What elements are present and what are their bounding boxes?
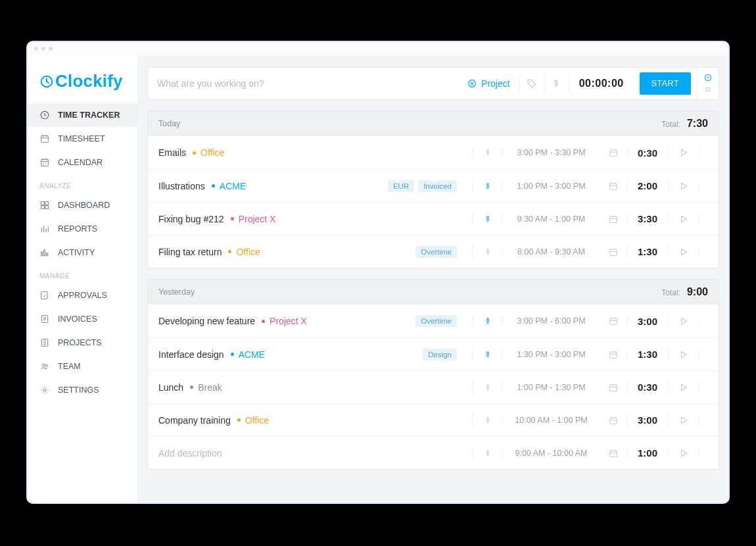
entry-more-button[interactable] xyxy=(699,316,719,326)
entry-date-picker[interactable] xyxy=(600,382,626,393)
sidebar-item-projects[interactable]: PROJECTS xyxy=(28,331,137,355)
window-control-dot[interactable] xyxy=(34,47,38,51)
entry-time-range[interactable]: 3:00 PM - 3:30 PM xyxy=(502,148,600,157)
entry-time-range[interactable]: 1:30 PM - 3:00 PM xyxy=(502,350,600,359)
entry-time-range[interactable]: 1:00 PM - 3:00 PM xyxy=(502,182,600,191)
entry-time-range[interactable]: 3:00 PM - 6:00 PM xyxy=(502,316,600,326)
manual-mode-button[interactable] xyxy=(702,85,714,94)
entry-continue-button[interactable] xyxy=(669,448,699,459)
time-entry-row[interactable]: Add description9:00 AM - 10:00 AM1:00 xyxy=(148,436,719,469)
entry-duration[interactable]: 1:30 xyxy=(626,246,669,257)
entry-continue-button[interactable] xyxy=(669,349,699,360)
sidebar-item-time-tracker[interactable]: TIME TRACKER xyxy=(28,103,137,127)
entry-more-button[interactable] xyxy=(699,214,719,224)
entry-date-picker[interactable] xyxy=(600,214,626,224)
sidebar-item-reports[interactable]: REPORTS xyxy=(28,217,137,241)
entry-project[interactable]: Office xyxy=(228,247,260,257)
entry-date-picker[interactable] xyxy=(600,147,626,158)
sidebar-item-settings[interactable]: SETTINGS xyxy=(28,378,137,402)
time-entry-row[interactable]: Company trainingOffice10:00 AM - 1:00 PM… xyxy=(148,403,719,436)
entry-description-cell[interactable]: LunchBreak xyxy=(148,382,473,393)
entry-tag[interactable]: Invoiced xyxy=(418,180,457,192)
time-entry-row[interactable]: Filing tax returnOfficeOvertime8:00 AM -… xyxy=(148,235,719,268)
entry-duration[interactable]: 1:30 xyxy=(626,349,669,360)
sidebar-item-approvals[interactable]: APPROVALS xyxy=(28,284,137,307)
entry-time-range[interactable]: 1:00 PM - 1:30 PM xyxy=(502,383,600,392)
entry-date-picker[interactable] xyxy=(600,316,626,326)
entry-continue-button[interactable] xyxy=(669,147,699,158)
entry-description-cell[interactable]: IllustrationsACMEEURInvoiced xyxy=(148,180,473,192)
entry-more-button[interactable] xyxy=(699,247,719,257)
time-entry-row[interactable]: LunchBreak1:00 PM - 1:30 PM0:30 xyxy=(148,370,719,403)
timer-mode-button[interactable] xyxy=(702,73,714,82)
entry-date-picker[interactable] xyxy=(600,448,626,459)
sidebar-item-calendar[interactable]: CALENDAR xyxy=(28,151,137,174)
tracker-tag-button[interactable] xyxy=(520,68,544,99)
entry-description-cell[interactable]: Fixing bug #212Project X xyxy=(148,214,473,224)
entry-description-cell[interactable]: EmailsOffice xyxy=(148,147,473,158)
tracker-project-picker[interactable]: Project xyxy=(458,68,519,99)
entry-tag[interactable]: EUR xyxy=(388,180,414,192)
entry-description-cell[interactable]: Filing tax returnOfficeOvertime xyxy=(148,246,473,258)
entry-description-cell[interactable]: Add description xyxy=(148,448,473,459)
entry-continue-button[interactable] xyxy=(669,181,699,191)
entry-billable-toggle[interactable] xyxy=(473,447,502,459)
entry-continue-button[interactable] xyxy=(669,247,699,257)
entry-billable-toggle[interactable] xyxy=(473,213,502,225)
entry-more-button[interactable] xyxy=(699,147,719,158)
entry-date-picker[interactable] xyxy=(600,349,626,360)
entry-project[interactable]: Project X xyxy=(262,316,307,326)
entry-more-button[interactable] xyxy=(699,349,719,360)
entry-billable-toggle[interactable] xyxy=(473,414,502,426)
entry-continue-button[interactable] xyxy=(669,415,699,426)
entry-billable-toggle[interactable] xyxy=(473,147,502,159)
entry-billable-toggle[interactable] xyxy=(473,315,502,327)
tracker-description-input[interactable] xyxy=(157,78,448,89)
sidebar-item-dashboard[interactable]: DASHBOARD xyxy=(28,193,137,217)
entry-time-range[interactable]: 10:00 AM - 1:00 PM xyxy=(502,416,600,425)
entry-description-cell[interactable]: Developing new featureProject XOvertime xyxy=(148,315,473,327)
entry-duration[interactable]: 3:00 xyxy=(626,316,669,327)
time-entry-row[interactable]: IllustrationsACMEEURInvoiced1:00 PM - 3:… xyxy=(148,169,719,202)
entry-duration[interactable]: 0:30 xyxy=(626,147,669,159)
entry-billable-toggle[interactable] xyxy=(473,180,502,192)
entry-continue-button[interactable] xyxy=(669,316,699,326)
entry-project[interactable]: Break xyxy=(190,382,222,393)
entry-date-picker[interactable] xyxy=(600,181,626,191)
time-entry-row[interactable]: Fixing bug #212Project X9:30 AM - 1:00 P… xyxy=(148,202,719,235)
entry-project[interactable]: ACME xyxy=(231,349,265,360)
time-entry-row[interactable]: Interface designACMEDesign1:30 PM - 3:00… xyxy=(148,337,719,370)
start-button[interactable]: START xyxy=(640,72,691,95)
entry-project[interactable]: Project X xyxy=(231,214,276,224)
entry-duration[interactable]: 0:30 xyxy=(626,382,669,393)
sidebar-item-team[interactable]: TEAM xyxy=(28,355,137,378)
entry-description-cell[interactable]: Company trainingOffice xyxy=(148,415,473,426)
entry-date-picker[interactable] xyxy=(600,415,626,426)
entry-more-button[interactable] xyxy=(699,181,719,191)
window-control-dot[interactable] xyxy=(49,47,53,51)
time-entry-row[interactable]: Developing new featureProject XOvertime3… xyxy=(148,305,719,337)
entry-duration[interactable]: 3:30 xyxy=(626,213,669,224)
entry-date-picker[interactable] xyxy=(600,247,626,257)
entry-project[interactable]: Office xyxy=(237,415,269,426)
entry-project[interactable]: ACME xyxy=(212,181,246,191)
tracker-billable-button[interactable] xyxy=(544,68,568,99)
entry-more-button[interactable] xyxy=(699,415,719,426)
entry-project[interactable]: Office xyxy=(193,147,224,158)
entry-more-button[interactable] xyxy=(699,448,719,459)
entry-continue-button[interactable] xyxy=(669,382,699,393)
entry-time-range[interactable]: 9:30 AM - 1:00 PM xyxy=(502,214,600,224)
entry-more-button[interactable] xyxy=(699,382,719,393)
entry-description-cell[interactable]: Interface designACMEDesign xyxy=(148,349,473,360)
sidebar-item-activity[interactable]: ACTIVITY xyxy=(28,241,137,264)
entry-billable-toggle[interactable] xyxy=(473,382,502,393)
time-entry-row[interactable]: EmailsOffice3:00 PM - 3:30 PM0:30 xyxy=(148,136,719,169)
entry-time-range[interactable]: 9:00 AM - 10:00 AM xyxy=(502,449,600,458)
entry-tag[interactable]: Overtime xyxy=(415,246,457,258)
entry-billable-toggle[interactable] xyxy=(473,246,502,258)
sidebar-item-timesheet[interactable]: TIMESHEET xyxy=(28,127,137,151)
sidebar-item-invoices[interactable]: INVOICES xyxy=(28,307,137,331)
entry-continue-button[interactable] xyxy=(669,214,699,224)
entry-time-range[interactable]: 8:00 AM - 9:30 AM xyxy=(502,247,600,257)
entry-duration[interactable]: 1:00 xyxy=(626,447,669,459)
